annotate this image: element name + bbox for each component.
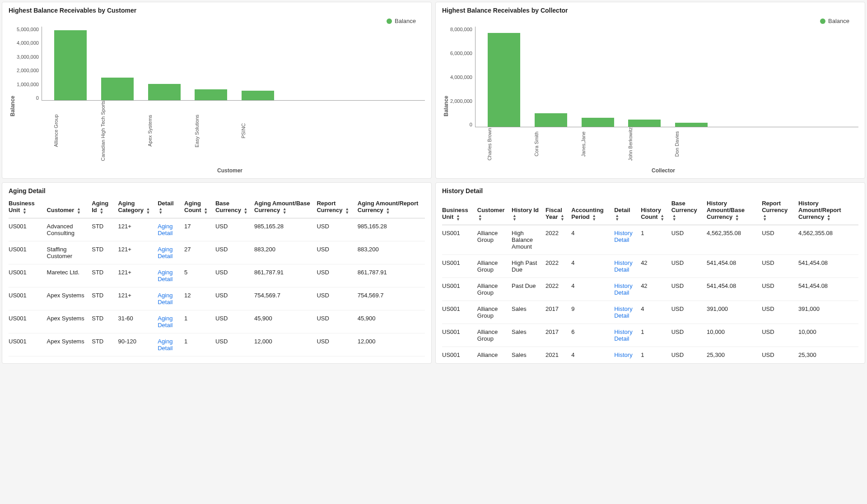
history-detail-link[interactable]: History Detail — [614, 230, 632, 243]
cell: Alliance Group — [477, 277, 512, 301]
cell: US001 — [442, 277, 477, 301]
column-header[interactable]: Aging Id ▲▼ — [92, 196, 118, 218]
cell: 4 — [571, 277, 614, 301]
aging-detail-link[interactable]: Aging Detail — [158, 223, 172, 236]
legend-swatch-icon — [820, 18, 825, 24]
y-ticks: 5,000,0004,000,0003,000,0002,000,0001,00… — [17, 27, 42, 101]
cell: US001 — [442, 347, 477, 359]
cell: High Past Due — [512, 254, 545, 277]
column-header[interactable]: Aging Count ▲▼ — [184, 196, 215, 218]
column-header[interactable]: History Amount/Base Currency ▲▼ — [707, 196, 762, 225]
cell: Past Due — [512, 277, 545, 301]
column-header[interactable]: Fiscal Year ▲▼ — [545, 196, 571, 225]
bar[interactable] — [535, 113, 567, 127]
column-header[interactable]: Base Currency ▲▼ — [671, 196, 707, 225]
column-header[interactable]: Aging Category ▲▼ — [118, 196, 158, 218]
cell: Sales — [512, 301, 545, 324]
sort-icon: ▲▼ — [735, 214, 739, 221]
history-detail-link[interactable]: History Detail — [614, 305, 632, 319]
y-ticks: 8,000,0006,000,0004,000,0002,000,0000 — [450, 27, 475, 127]
history-detail-link[interactable]: History Detail — [614, 282, 632, 296]
sort-icon: ▲▼ — [23, 207, 27, 214]
cell: USD — [317, 264, 357, 287]
bar[interactable] — [488, 33, 520, 127]
column-header[interactable]: Business Unit ▲▼ — [9, 196, 47, 218]
bar[interactable] — [54, 30, 87, 100]
cell: US001 — [9, 241, 47, 264]
cell: 2017 — [545, 301, 571, 324]
cell: 31-60 — [118, 310, 158, 333]
y-tick: 3,000,000 — [17, 54, 39, 60]
column-header[interactable]: Accounting Period ▲▼ — [571, 196, 614, 225]
bar[interactable] — [101, 78, 134, 101]
cell: 2022 — [545, 254, 571, 277]
y-tick: 2,000,000 — [17, 68, 39, 73]
column-header[interactable]: Customer ▲▼ — [47, 196, 92, 218]
table-row: US001Alliance GroupHigh Past Due20224His… — [442, 254, 858, 277]
cell: 861,787.91 — [254, 264, 317, 287]
cell: 12,000 — [358, 333, 425, 356]
aging-detail-link[interactable]: Aging Detail — [158, 269, 172, 282]
column-header[interactable]: Aging Amount/Report Currency ▲▼ — [358, 196, 425, 218]
y-tick: 4,000,000 — [450, 74, 472, 80]
cell: 1 — [641, 225, 671, 254]
y-tick: 8,000,000 — [450, 27, 472, 32]
cell: USD — [762, 277, 798, 301]
cell: STD — [92, 264, 118, 287]
sort-icon: ▲▼ — [478, 214, 482, 221]
cell: 12,000 — [254, 333, 317, 356]
bar[interactable] — [195, 89, 227, 100]
history-detail-link[interactable]: History Detail — [614, 351, 632, 359]
cell: Aging Detail — [158, 241, 184, 264]
column-header[interactable]: Base Currency ▲▼ — [215, 196, 254, 218]
cell: USD — [762, 301, 798, 324]
legend-label: Balance — [395, 18, 416, 24]
cell: USD — [317, 287, 357, 310]
column-header[interactable]: Detail ▲▼ — [614, 196, 641, 225]
column-header[interactable]: Report Currency ▲▼ — [317, 196, 357, 218]
cell: 45,900 — [254, 310, 317, 333]
history-table-scroll[interactable]: Business Unit ▲▼Customer ▲▼History Id ▲▼… — [442, 196, 858, 359]
table-row: US001Staffing CustomerSTD121+Aging Detai… — [9, 241, 425, 264]
bar[interactable] — [582, 118, 614, 127]
history-detail-link[interactable]: History Detail — [614, 259, 632, 273]
column-header[interactable]: Aging Amount/Base Currency ▲▼ — [254, 196, 317, 218]
column-header[interactable]: History Amount/Report Currency ▲▼ — [798, 196, 858, 225]
x-tick: Charles Brown — [487, 127, 519, 164]
column-header[interactable]: Business Unit ▲▼ — [442, 196, 477, 225]
column-header[interactable]: Customer ▲▼ — [477, 196, 512, 225]
x-tick: Canadian High Tech Sports — [100, 101, 133, 164]
sort-icon: ▲▼ — [513, 214, 517, 221]
cell: 985,165.28 — [254, 218, 317, 241]
cell: STD — [92, 310, 118, 333]
cell: History Detail — [614, 254, 641, 277]
cell: USD — [762, 225, 798, 254]
cell: USD — [215, 264, 254, 287]
bar[interactable] — [148, 84, 181, 100]
column-header[interactable]: Report Currency ▲▼ — [762, 196, 798, 225]
aging-detail-link[interactable]: Aging Detail — [158, 315, 172, 328]
bar[interactable] — [628, 120, 661, 127]
aging-detail-link[interactable]: Aging Detail — [158, 246, 172, 259]
bar[interactable] — [242, 91, 274, 100]
x-tick: Cora Smith — [534, 127, 566, 164]
sort-icon: ▲▼ — [827, 214, 831, 221]
cell: STD — [92, 241, 118, 264]
cell: 754,569.7 — [358, 287, 425, 310]
x-tick: Janes,Jane — [581, 127, 613, 164]
cell: 2022 — [545, 225, 571, 254]
table-row: US001SouthEast WholesalerSTD121+Aging De… — [9, 356, 425, 359]
column-header[interactable]: History Id ▲▼ — [512, 196, 545, 225]
aging-title: Aging Detail — [9, 187, 425, 194]
cell: 17 — [184, 218, 215, 241]
cell: 90-120 — [118, 333, 158, 356]
history-detail-panel: History Detail Business Unit ▲▼Customer … — [435, 182, 865, 364]
aging-detail-link[interactable]: Aging Detail — [158, 338, 172, 351]
cell: 541,454.08 — [707, 277, 762, 301]
column-header[interactable]: Detail ▲▼ — [158, 196, 184, 218]
bar[interactable] — [675, 123, 708, 127]
column-header[interactable]: History Count ▲▼ — [641, 196, 671, 225]
aging-detail-link[interactable]: Aging Detail — [158, 292, 172, 305]
aging-table-scroll[interactable]: Business Unit ▲▼Customer ▲▼Aging Id ▲▼Ag… — [9, 196, 425, 359]
history-detail-link[interactable]: History Detail — [614, 328, 632, 342]
